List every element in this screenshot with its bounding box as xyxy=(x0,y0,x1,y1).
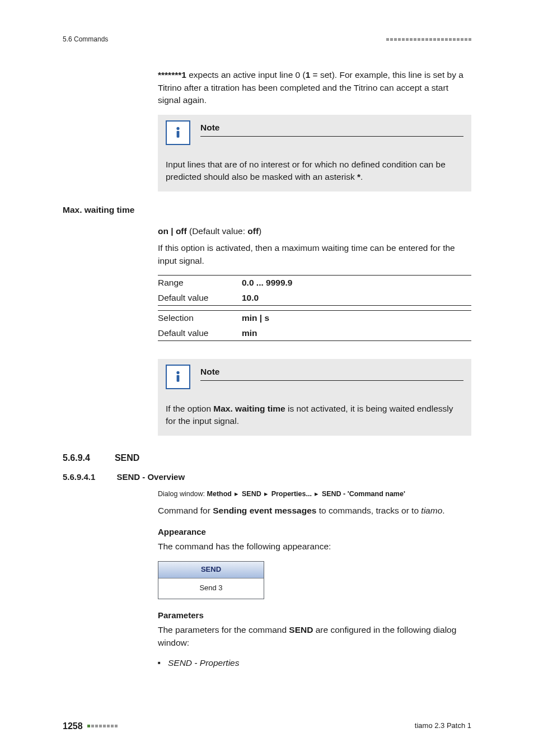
widget-body: Send 3 xyxy=(158,578,264,599)
default2-value: min xyxy=(242,326,471,341)
heading-send: 5.6.9.4 SEND xyxy=(63,451,471,464)
heading-number: 5.6.9.4 xyxy=(63,451,90,464)
parameters-text: The parameters for the command SEND are … xyxy=(158,624,471,649)
page-number: 1258 xyxy=(63,720,83,732)
svg-point-2 xyxy=(176,371,179,374)
intro-paragraph: *******1 expects an active input line 0 … xyxy=(158,69,471,106)
note-title: Note xyxy=(200,122,463,137)
note-body: Input lines that are of no interest or f… xyxy=(166,158,463,184)
spec-table-1: Range 0.0 ... 9999.9 Default value 10.0 xyxy=(158,275,471,306)
list-item: SEND - Properties xyxy=(158,657,471,669)
range-label: Range xyxy=(158,276,242,291)
send-command-widget: SEND Send 3 xyxy=(158,561,264,600)
heading-title: SEND xyxy=(115,451,139,464)
selection-label: Selection xyxy=(158,311,242,326)
appearance-heading: Appearance xyxy=(158,526,471,538)
chevron-right-icon: ▸ xyxy=(233,490,240,498)
default1-label: Default value xyxy=(158,291,242,306)
svg-rect-1 xyxy=(177,131,180,138)
heading-title: SEND - Overview xyxy=(116,471,185,483)
selection-value: min | s xyxy=(242,311,471,326)
chevron-right-icon: ▸ xyxy=(313,490,320,498)
send-command-desc: Command for Sending event messages to co… xyxy=(158,505,471,517)
parameters-list: SEND - Properties xyxy=(158,657,471,669)
default1-value: 10.0 xyxy=(242,291,471,306)
svg-point-0 xyxy=(176,127,179,130)
widget-titlebar: SEND xyxy=(158,562,264,578)
spec-table-2: Selection min | s Default value min xyxy=(158,310,471,341)
info-icon xyxy=(166,120,190,145)
header-ornament xyxy=(386,38,471,41)
section-max-waiting: Max. waiting time xyxy=(63,204,471,216)
onoff-line: on | off (Default value: off) xyxy=(158,225,471,237)
note-body: If the option Max. waiting time is not a… xyxy=(166,403,463,428)
running-header: 5.6 Commands xyxy=(63,35,108,44)
note-box-1: Note Input lines that are of no interest… xyxy=(158,115,471,192)
maxwait-desc: If this option is activated, then a maxi… xyxy=(158,242,471,267)
appearance-text: The command has the following appearance… xyxy=(158,540,471,553)
dialog-path: Dialog window: Method ▸ SEND ▸ Propertie… xyxy=(158,489,471,499)
svg-rect-3 xyxy=(177,375,180,382)
pattern-text: *******1 xyxy=(158,70,186,80)
range-value: 0.0 ... 9999.9 xyxy=(242,276,471,291)
parameters-heading: Parameters xyxy=(158,609,471,622)
info-icon xyxy=(166,365,190,389)
note-title: Note xyxy=(200,366,463,381)
footer-ornament xyxy=(87,725,118,727)
footer-right: tiamo 2.3 Patch 1 xyxy=(415,721,471,731)
chevron-right-icon: ▸ xyxy=(263,490,269,498)
note-box-2: Note If the option Max. waiting time is … xyxy=(158,359,471,436)
default2-label: Default value xyxy=(158,326,242,341)
heading-send-overview: 5.6.9.4.1 SEND - Overview xyxy=(63,471,471,483)
heading-number: 5.6.9.4.1 xyxy=(63,471,95,483)
